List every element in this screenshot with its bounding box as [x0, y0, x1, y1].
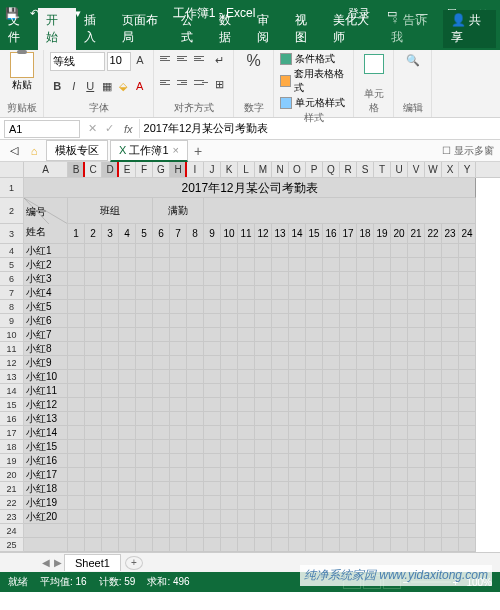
- data-cell[interactable]: [289, 426, 306, 440]
- data-cell[interactable]: [357, 426, 374, 440]
- data-cell[interactable]: [153, 258, 170, 272]
- col-header[interactable]: U: [391, 162, 408, 177]
- data-cell[interactable]: [340, 496, 357, 510]
- empty-cell[interactable]: [136, 524, 153, 538]
- data-cell[interactable]: [238, 412, 255, 426]
- data-cell[interactable]: [306, 328, 323, 342]
- name-cell[interactable]: 小红13: [24, 412, 68, 426]
- data-cell[interactable]: [425, 286, 442, 300]
- data-cell[interactable]: [221, 468, 238, 482]
- data-cell[interactable]: [357, 328, 374, 342]
- data-cell[interactable]: [136, 258, 153, 272]
- data-cell[interactable]: [187, 244, 204, 258]
- data-cell[interactable]: [408, 328, 425, 342]
- data-cell[interactable]: [255, 314, 272, 328]
- team-header[interactable]: 班组: [68, 198, 153, 224]
- data-cell[interactable]: [187, 440, 204, 454]
- name-cell[interactable]: 小红7: [24, 328, 68, 342]
- data-cell[interactable]: [459, 314, 476, 328]
- empty-cell[interactable]: [408, 538, 425, 552]
- row-header[interactable]: 1: [0, 178, 24, 198]
- data-cell[interactable]: [238, 482, 255, 496]
- select-all-corner[interactable]: [0, 162, 24, 177]
- data-cell[interactable]: [357, 300, 374, 314]
- data-cell[interactable]: [136, 510, 153, 524]
- data-cell[interactable]: [289, 482, 306, 496]
- tab-view[interactable]: 视图: [287, 8, 325, 50]
- sheet-tab[interactable]: Sheet1: [64, 554, 121, 571]
- data-cell[interactable]: [391, 370, 408, 384]
- data-cell[interactable]: [238, 342, 255, 356]
- empty-cell[interactable]: [119, 524, 136, 538]
- day-header[interactable]: 9: [204, 224, 221, 244]
- data-cell[interactable]: [374, 468, 391, 482]
- data-cell[interactable]: [340, 300, 357, 314]
- col-header[interactable]: N: [272, 162, 289, 177]
- empty-cell[interactable]: [272, 538, 289, 552]
- data-cell[interactable]: [272, 244, 289, 258]
- data-cell[interactable]: [255, 468, 272, 482]
- data-cell[interactable]: [272, 454, 289, 468]
- data-cell[interactable]: [119, 314, 136, 328]
- data-cell[interactable]: [306, 496, 323, 510]
- data-cell[interactable]: [255, 412, 272, 426]
- data-cell[interactable]: [306, 272, 323, 286]
- data-cell[interactable]: [187, 370, 204, 384]
- data-cell[interactable]: [170, 482, 187, 496]
- data-cell[interactable]: [85, 244, 102, 258]
- col-header[interactable]: R: [340, 162, 357, 177]
- data-cell[interactable]: [374, 342, 391, 356]
- data-cell[interactable]: [408, 384, 425, 398]
- data-cell[interactable]: [459, 398, 476, 412]
- empty-cell[interactable]: [153, 538, 170, 552]
- data-cell[interactable]: [391, 286, 408, 300]
- data-cell[interactable]: [374, 426, 391, 440]
- data-cell[interactable]: [272, 300, 289, 314]
- data-cell[interactable]: [187, 510, 204, 524]
- data-cell[interactable]: [323, 496, 340, 510]
- data-cell[interactable]: [289, 342, 306, 356]
- data-cell[interactable]: [306, 398, 323, 412]
- data-cell[interactable]: [238, 272, 255, 286]
- data-cell[interactable]: [102, 258, 119, 272]
- data-cell[interactable]: [442, 510, 459, 524]
- empty-cell[interactable]: [170, 538, 187, 552]
- data-cell[interactable]: [102, 482, 119, 496]
- data-cell[interactable]: [357, 454, 374, 468]
- italic-icon[interactable]: I: [67, 78, 82, 94]
- empty-cell[interactable]: [85, 524, 102, 538]
- align-bottom-icon[interactable]: [194, 52, 208, 64]
- day-header[interactable]: 20: [391, 224, 408, 244]
- data-cell[interactable]: [170, 496, 187, 510]
- data-cell[interactable]: [289, 370, 306, 384]
- data-cell[interactable]: [136, 468, 153, 482]
- data-cell[interactable]: [425, 398, 442, 412]
- empty-cell[interactable]: [442, 538, 459, 552]
- data-cell[interactable]: [187, 426, 204, 440]
- align-left-icon[interactable]: [160, 77, 174, 89]
- data-cell[interactable]: [272, 440, 289, 454]
- data-cell[interactable]: [442, 356, 459, 370]
- data-cell[interactable]: [255, 328, 272, 342]
- data-cell[interactable]: [221, 440, 238, 454]
- bold-icon[interactable]: B: [50, 78, 65, 94]
- data-cell[interactable]: [85, 482, 102, 496]
- name-cell[interactable]: 小红18: [24, 482, 68, 496]
- row-header[interactable]: 6: [0, 272, 24, 286]
- data-cell[interactable]: [340, 398, 357, 412]
- data-cell[interactable]: [136, 328, 153, 342]
- data-cell[interactable]: [238, 370, 255, 384]
- row-header[interactable]: 17: [0, 426, 24, 440]
- data-cell[interactable]: [170, 384, 187, 398]
- data-cell[interactable]: [68, 314, 85, 328]
- data-cell[interactable]: [459, 384, 476, 398]
- data-cell[interactable]: [136, 426, 153, 440]
- data-cell[interactable]: [425, 384, 442, 398]
- data-cell[interactable]: [204, 496, 221, 510]
- data-cell[interactable]: [289, 496, 306, 510]
- data-cell[interactable]: [306, 258, 323, 272]
- full-header[interactable]: 满勤: [153, 198, 204, 224]
- data-cell[interactable]: [272, 328, 289, 342]
- data-cell[interactable]: [153, 426, 170, 440]
- data-cell[interactable]: [119, 510, 136, 524]
